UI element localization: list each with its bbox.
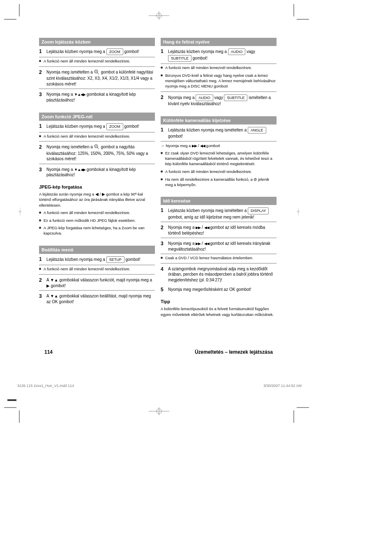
subtitle-button-label: SUBTITLE — [168, 55, 191, 62]
text: Lejátszás közben nyomja meg a — [46, 257, 105, 262]
bullet-text: A funkció nem áll minden lemeznél rendel… — [165, 65, 252, 71]
step-text: Nyomja meg a ▼▲◀▶ gombokat a kinagyított… — [46, 167, 155, 178]
bullet-icon — [39, 60, 41, 62]
step-number: 3 — [161, 241, 166, 246]
text: Nyomja meg a — [168, 225, 194, 230]
arrow-buttons-icon: ▼▲◀▶ — [74, 168, 85, 172]
step-text: Lejátszás közben nyomja meg ismételten a… — [168, 207, 277, 220]
registration-mark-right — [288, 207, 309, 216]
text: Nyomja meg a — [46, 167, 73, 172]
step-row: 4 A számgombok megnyomásával adja meg a … — [161, 265, 277, 285]
step-text: Nyomja meg a ▼▲◀▶ gombokat a kinagyított… — [46, 92, 155, 103]
bullet-text: Ha nem áll rendelkezésre a kameraállás f… — [165, 177, 277, 188]
section-zoom-playback-header: Zoom lejátszás közben — [39, 38, 155, 46]
bullet-row: Ez a funkció nem működik HD JPEG fájlok … — [39, 217, 155, 225]
page-number: 114 — [44, 349, 53, 355]
black-mark — [7, 399, 16, 401]
left-column: Zoom lejátszás közben 1 Lejátszás közben… — [39, 38, 155, 318]
text: gombot! — [124, 124, 139, 129]
divider — [161, 91, 277, 92]
zoom-icon — [94, 144, 100, 151]
bullet-icon — [39, 212, 41, 214]
bullet-icon — [161, 67, 163, 69]
step-text: Nyomja meg a ▶▶ / ◀◀ gombot az idő keres… — [168, 241, 277, 252]
text: Nyomja meg a — [46, 92, 73, 97]
bullet-text: Ez csak olyan DVD lemeznél lehetséges, a… — [165, 151, 277, 166]
bullet-icon — [39, 135, 41, 137]
crop-mark-tl — [7, 7, 24, 24]
invalid-icon: ⊘ — [254, 177, 257, 182]
step-number: 2 — [39, 69, 44, 75]
angle-button-label: ANGLE — [248, 127, 266, 134]
step-number: 1 — [39, 48, 44, 54]
body-text: A különféle lemeztípusoktól és a felvett… — [161, 305, 277, 318]
step-text: Nyomja meg megerősítésként az OK gombot! — [168, 287, 277, 292]
step-row: 3 A ▼▲ gombokkal válasszon beállítást, m… — [39, 292, 155, 306]
crop-mark-br — [289, 403, 306, 419]
right-column: Hang és felirat nyelve 1 Lejátszás közbe… — [161, 38, 277, 318]
file-timestamp: 3/30/2007 11:44:52 AM — [263, 384, 302, 388]
step-number: 2 — [161, 225, 166, 230]
text: Lejátszás közben nyomja meg a — [46, 49, 105, 54]
step-number: 3 — [39, 167, 44, 173]
bullet-row: Ez csak olyan DVD lemeznél lehetséges, a… — [161, 150, 277, 168]
bullet-icon — [161, 152, 163, 154]
bullet-text: A funkció nem áll minden lemeznél rendel… — [44, 267, 130, 272]
bullet-row: A funkció nem áll minden lemeznél rendel… — [39, 58, 155, 65]
section-audio-subtitle-header: Hang és felirat nyelve — [161, 38, 277, 46]
file-footer: 3139 115 2xxx1_Hun_V1.indd 114 — [17, 384, 74, 388]
bullet-text: A funkció nem áll minden lemeznél rendel… — [44, 210, 130, 216]
bullet-icon — [39, 219, 41, 221]
body-text: → Nyomja meg a ▶▶ / ◀◀ gombot! — [161, 142, 277, 150]
bullet-row: A funkció nem áll minden lemeznél rendel… — [161, 64, 277, 72]
page-content: Zoom lejátszás közben 1 Lejátszás közben… — [39, 38, 277, 318]
step-text: A ▼▲ gombokkal válasszon funkciót, majd … — [46, 277, 155, 288]
bullet-text: A funkció nem áll minden lemeznél rendel… — [44, 59, 130, 64]
setup-button-label: SETUP — [106, 256, 125, 263]
step-number: 1 — [39, 256, 44, 262]
text: gombot! — [193, 56, 208, 60]
step-row: 1 Lejátszás közben nyomja meg a AUDIO va… — [161, 47, 277, 64]
bullet-text: A JPEG-kép forgatása nem lehetséges, ha … — [44, 226, 155, 236]
rw-icon: ◀◀ — [200, 144, 205, 148]
text: Lejátszás közben nyomja meg ismételten a — [168, 208, 247, 213]
audio-button-label: AUDIO — [196, 94, 213, 101]
page-footer: 114 Üzemeltetés – lemezek lejátszása — [44, 349, 273, 355]
bullet-row: A JPEG-kép forgatása nem lehetséges, ha … — [39, 224, 155, 237]
divider — [39, 66, 155, 67]
text: Lejátszás közben nyomja meg ismételten a — [168, 128, 247, 132]
divider — [39, 141, 155, 142]
step-row: 2 Nyomja meg a ▶▶ / ◀◀ gombot az idő ker… — [161, 223, 277, 238]
step-number: 2 — [161, 94, 166, 100]
step-row: 5 Nyomja meg megerősítésként az OK gombo… — [161, 285, 277, 294]
registration-mark-top — [149, 12, 169, 20]
step-row: 1 Lejátszás közben nyomja meg ismételten… — [161, 206, 277, 222]
section-time-search-header: Idő keresése — [161, 197, 277, 205]
step-text: Nyomja meg a ▶▶ / ◀◀ gombot az idő keres… — [168, 225, 277, 236]
section-camera-angle-header: Különféle kameraállás kijelzése — [161, 116, 277, 124]
section-setup-menu-header: Beállítás menü — [39, 246, 155, 254]
bullet-text: Bizonyos DVD-knél a felirat vagy hang ny… — [165, 73, 277, 89]
crop-mark-tr — [289, 7, 306, 24]
page-description: Üzemeltetés – lemezek lejátszása — [195, 349, 273, 355]
step-text: Lejátszás közben nyomja meg a ZOOM gombo… — [46, 123, 155, 130]
text: Lejátszás közben nyomja meg a — [46, 124, 105, 129]
step-row: 3 Nyomja meg a ▶▶ / ◀◀ gombot az idő ker… — [161, 239, 277, 254]
step-number: 1 — [39, 123, 44, 129]
step-row: 1 Lejátszás közben nyomja meg a ZOOM gom… — [39, 47, 155, 58]
registration-mark-left — [10, 207, 30, 216]
step-number: 5 — [161, 287, 166, 292]
section-zoom-jpeg-header: Zoom funkció JPEG-nél — [39, 113, 155, 121]
text: gombot, amíg az idő kijelzése meg nem je… — [168, 215, 254, 219]
crop-mark-bl — [7, 403, 24, 419]
svg-line-17 — [97, 147, 99, 149]
step-text: Nyomja meg ismételten a gombot a különfe… — [46, 69, 155, 87]
step-row: 2 Nyomja meg a AUDIO vagy SUBTITLE ismét… — [161, 93, 277, 108]
text: Nyomja meg a — [168, 95, 194, 99]
divider — [161, 263, 277, 264]
zoom-button-label: ZOOM — [106, 123, 123, 130]
bullet-icon — [161, 257, 163, 259]
step-number: 1 — [161, 48, 166, 54]
svg-line-13 — [97, 73, 99, 74]
text: → — [161, 143, 166, 148]
